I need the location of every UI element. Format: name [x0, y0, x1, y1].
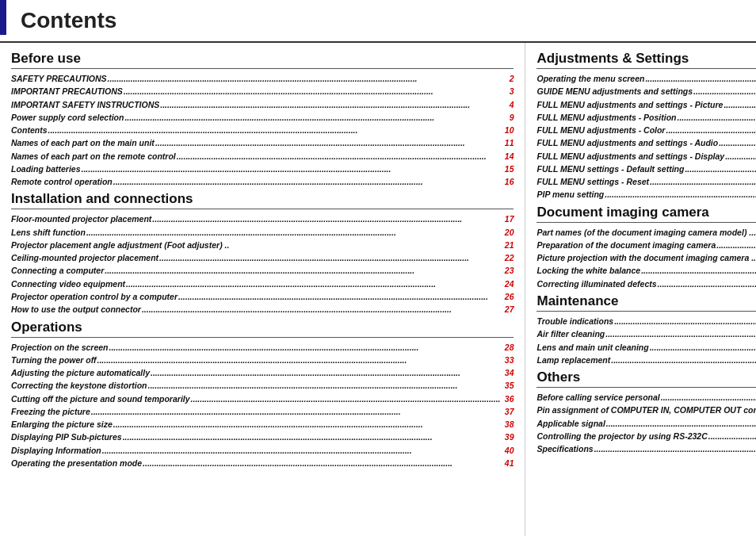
toc-page-number: 9: [501, 111, 514, 124]
toc-entry-label: Enlarging the picture size: [11, 418, 113, 431]
list-item: Adjusting the picture automatically34: [11, 366, 514, 379]
toc-dots: [605, 417, 756, 430]
toc-entry-label: PIP menu setting: [536, 188, 604, 201]
toc-entry-label: FULL MENU settings - Reset: [536, 175, 649, 188]
toc-page-number: 38: [501, 418, 514, 431]
page-title: Contents: [21, 8, 116, 33]
section-operations: Operations Projection on the screen28Tur…: [11, 320, 514, 470]
list-item: Connecting a computer23: [11, 264, 514, 277]
toc-page-number: 28: [501, 341, 514, 354]
list-item: Connecting video equipment24: [11, 278, 514, 290]
document-camera-items: Part names (of the document imaging came…: [536, 226, 756, 290]
section-title-document-camera: Document imaging camera: [536, 205, 756, 223]
toc-page-number: 2: [501, 72, 514, 85]
toc-dots: [150, 366, 501, 379]
toc-dots: [604, 188, 756, 201]
section-before-use: Before use SAFETY PRECAUTIONS2IMPORTANT …: [11, 51, 514, 188]
toc-dots: [97, 354, 502, 366]
section-adjustments: Adjustments & Settings Operating the men…: [536, 51, 756, 201]
toc-entry-label: SAFETY PRECAUTIONS: [11, 72, 107, 85]
toc-dots: [718, 136, 756, 149]
toc-entry-label: How to use the output connector: [11, 303, 141, 316]
toc-entry-label: FULL MENU adjustments and settings - Aud…: [536, 136, 718, 149]
list-item: Projector placement angle adjustment (Fo…: [11, 239, 514, 251]
toc-entry-label: Picture projection with the document ima…: [536, 251, 756, 264]
toc-dots: [676, 111, 756, 124]
toc-dots: [113, 175, 502, 188]
toc-page-number: 22: [501, 251, 514, 264]
list-item: Controlling the projector by using RS-23…: [536, 430, 756, 442]
toc-entry-label: Power supply cord selection: [11, 111, 124, 124]
toc-page-number: 33: [501, 354, 514, 366]
toc-page-number: 10: [501, 124, 514, 136]
list-item: Names of each part on the main unit11: [11, 136, 514, 149]
list-item: Part names (of the document imaging came…: [536, 226, 756, 239]
toc-entry-label: Names of each part on the main unit: [11, 136, 155, 149]
toc-dots: [178, 290, 501, 303]
toc-dots: [147, 379, 502, 392]
operations-items: Projection on the screen28Turning the po…: [11, 341, 514, 470]
toc-entry-label: Before calling service personal: [536, 391, 659, 404]
toc-page-number: 36: [501, 392, 514, 405]
list-item: Trouble indications61: [536, 315, 756, 327]
toc-dots: [649, 175, 756, 188]
toc-entry-label: Displaying Information: [11, 444, 101, 457]
section-installation: Installation and connections Floor-mount…: [11, 191, 514, 316]
toc-dots: [109, 341, 502, 354]
toc-dots: [613, 315, 756, 327]
list-item: Lamp replacement65: [536, 354, 756, 366]
toc-entry-label: Lamp replacement: [536, 354, 610, 366]
toc-page-number: 26: [501, 290, 514, 303]
toc-dots: [649, 341, 756, 354]
toc-dots: [104, 264, 501, 277]
toc-page-number: 20: [501, 226, 514, 239]
list-item: Locking the white balance59: [536, 264, 756, 277]
toc-entry-label: Correcting the keystone distortion: [11, 379, 147, 392]
toc-entry-label: FULL MENU adjustments - Color: [536, 124, 665, 136]
toc-dots: [159, 98, 501, 111]
toc-entry-label: Displaying PIP Sub-pictures: [11, 431, 122, 443]
toc-dots: [107, 72, 502, 85]
list-item: PIP menu setting53: [536, 188, 756, 201]
list-item: FULL MENU adjustments and settings - Aud…: [536, 136, 756, 149]
list-item: Operating the presentation mode41: [11, 457, 514, 469]
toc-dots: [155, 136, 502, 149]
toc-dots: [594, 442, 756, 455]
list-item: Correcting illuminated defects60: [536, 278, 756, 290]
list-item: Remote control operation16: [11, 175, 514, 188]
toc-dots: [605, 327, 756, 340]
list-item: GUIDE MENU adjustments and settings45: [536, 85, 756, 98]
toc-entry-label: Freezing the picture: [11, 405, 90, 418]
toc-dots: [657, 278, 756, 290]
list-item: Pin assignment of COMPUTER IN, COMPUTER …: [536, 404, 756, 416]
section-maintenance: Maintenance Trouble indications61Air fil…: [536, 293, 756, 366]
toc-page-number: 23: [501, 264, 514, 277]
toc-dots: [123, 85, 502, 98]
toc-entry-label: FULL MENU adjustments and settings - Pic…: [536, 98, 723, 111]
section-others: Others Before calling service personal67…: [536, 369, 756, 455]
content-area: Before use SAFETY PRECAUTIONS2IMPORTANT …: [0, 43, 756, 536]
toc-entry-label: Part names (of the document imaging came…: [536, 226, 756, 239]
list-item: Operating the menu screen43: [536, 72, 756, 85]
toc-dots: [176, 150, 502, 163]
toc-page-number: 4: [501, 98, 514, 111]
list-item: Turning the power off33: [11, 354, 514, 366]
toc-entry-label: Pin assignment of COMPUTER IN, COMPUTER …: [536, 404, 756, 416]
list-item: IMPORTANT SAFETY INSTRUCTIONS4: [11, 98, 514, 111]
list-item: How to use the output connector27: [11, 303, 514, 316]
toc-page-number: 41: [501, 457, 514, 469]
section-title-maintenance: Maintenance: [536, 293, 756, 312]
toc-dots: [86, 226, 502, 239]
list-item: FULL MENU adjustments - Position47: [536, 111, 756, 124]
toc-page-number: 16: [501, 175, 514, 188]
list-item: Correcting the keystone distortion35: [11, 379, 514, 392]
toc-dots: [90, 405, 502, 418]
toc-entry-label: Projector operation control by a compute…: [11, 290, 178, 303]
list-item: Loading batteries15: [11, 163, 514, 175]
left-column: Before use SAFETY PRECAUTIONS2IMPORTANT …: [0, 43, 525, 536]
list-item: Before calling service personal67: [536, 391, 756, 404]
toc-entry-label: Floor-mounted projector placement: [11, 212, 151, 225]
toc-page-number: 15: [501, 163, 514, 175]
list-item: Lens and main unit cleaning64: [536, 341, 756, 354]
section-title-installation: Installation and connections: [11, 191, 514, 209]
